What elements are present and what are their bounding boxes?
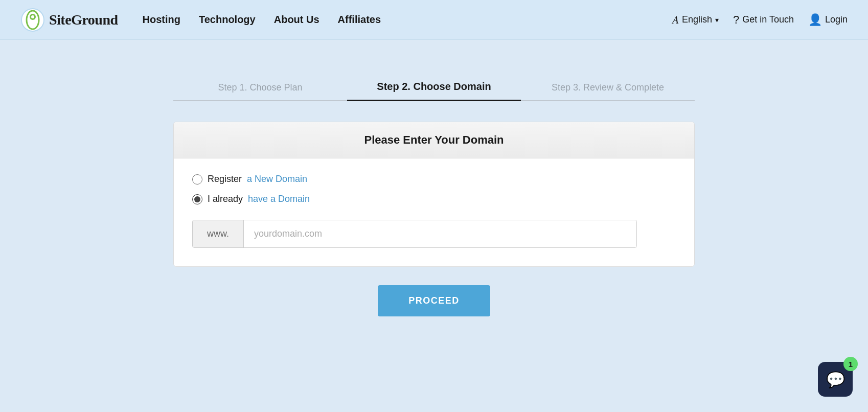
domain-input-row: www. [192,220,637,248]
step-2[interactable]: Step 2. Choose Domain [347,81,521,101]
chat-bubble[interactable]: 💬 1 [818,362,853,397]
register-new-domain-radio[interactable] [192,174,202,185]
have-domain-link[interactable]: have a Domain [248,194,310,204]
proceed-button[interactable]: PROCEED [378,285,490,316]
domain-card-body: Register a New Domain I already have a D… [174,158,694,266]
domain-card: Please Enter Your Domain Register a New … [173,122,695,267]
existing-domain-option[interactable]: I already have a Domain [192,194,676,204]
help-icon: ? [733,13,739,27]
main-content: Step 1. Choose Plan Step 2. Choose Domai… [163,40,705,337]
user-icon: 👤 [808,13,822,27]
svg-point-3 [31,15,34,18]
nav-right: 𝐴 English ▾ ? Get in Touch 👤 Login [672,13,848,27]
chat-icon: 💬 [826,371,845,388]
chat-badge: 1 [843,357,858,371]
nav-about-us[interactable]: About Us [274,14,319,26]
domain-options: Register a New Domain I already have a D… [192,174,676,204]
domain-input[interactable] [244,220,636,247]
nav-hosting[interactable]: Hosting [143,14,180,26]
step-1[interactable]: Step 1. Choose Plan [173,82,347,101]
proceed-wrap: PROCEED [173,285,695,316]
language-selector[interactable]: 𝐴 English ▾ [672,13,719,27]
login-button[interactable]: 👤 Login [808,13,848,27]
chevron-down-icon: ▾ [715,16,719,24]
language-icon: 𝐴 [672,13,679,27]
navbar: SiteGround Hosting Technology About Us A… [0,0,868,40]
logo-icon [20,8,45,32]
step-3[interactable]: Step 3. Review & Complete [521,82,695,101]
language-label: English [682,14,712,25]
existing-domain-radio[interactable] [192,194,202,204]
nav-technology[interactable]: Technology [199,14,256,26]
logo[interactable]: SiteGround [20,8,118,32]
www-prefix: www. [193,220,244,247]
new-domain-link[interactable]: a New Domain [247,174,307,185]
get-in-touch-label: Get in Touch [742,14,794,25]
nav-links: Hosting Technology About Us Affiliates [143,14,672,26]
register-new-domain-option[interactable]: Register a New Domain [192,174,676,185]
login-label: Login [825,14,848,25]
get-in-touch-button[interactable]: ? Get in Touch [733,13,794,27]
domain-card-title: Please Enter Your Domain [364,133,504,146]
steps-indicator: Step 1. Choose Plan Step 2. Choose Domai… [173,81,695,101]
domain-card-header: Please Enter Your Domain [174,122,694,158]
chat-widget[interactable]: 💬 1 [818,362,853,397]
logo-text: SiteGround [49,12,118,28]
nav-affiliates[interactable]: Affiliates [338,14,381,26]
